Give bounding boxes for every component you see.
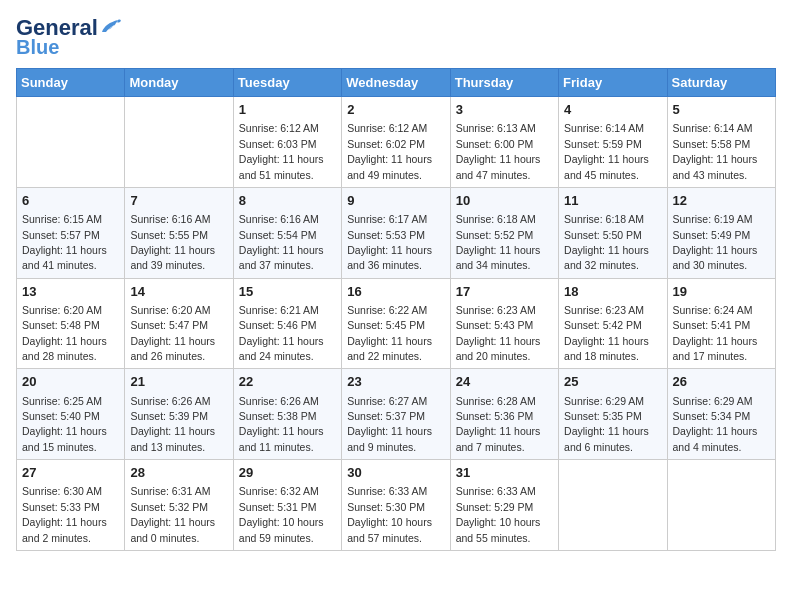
calendar-week-row: 1Sunrise: 6:12 AMSunset: 6:03 PMDaylight… [17, 97, 776, 188]
cell-content: Sunrise: 6:18 AMSunset: 5:52 PMDaylight:… [456, 213, 541, 271]
cell-content: Sunrise: 6:26 AMSunset: 5:38 PMDaylight:… [239, 395, 324, 453]
calendar-table: SundayMondayTuesdayWednesdayThursdayFrid… [16, 68, 776, 551]
day-number: 15 [239, 283, 336, 301]
day-number: 1 [239, 101, 336, 119]
calendar-cell: 25Sunrise: 6:29 AMSunset: 5:35 PMDayligh… [559, 369, 667, 460]
weekday-header-cell: Friday [559, 69, 667, 97]
day-number: 21 [130, 373, 227, 391]
day-number: 13 [22, 283, 119, 301]
cell-content: Sunrise: 6:22 AMSunset: 5:45 PMDaylight:… [347, 304, 432, 362]
calendar-cell: 24Sunrise: 6:28 AMSunset: 5:36 PMDayligh… [450, 369, 558, 460]
cell-content: Sunrise: 6:33 AMSunset: 5:30 PMDaylight:… [347, 485, 432, 543]
calendar-cell: 7Sunrise: 6:16 AMSunset: 5:55 PMDaylight… [125, 187, 233, 278]
calendar-cell: 23Sunrise: 6:27 AMSunset: 5:37 PMDayligh… [342, 369, 450, 460]
calendar-cell: 16Sunrise: 6:22 AMSunset: 5:45 PMDayligh… [342, 278, 450, 369]
calendar-cell: 30Sunrise: 6:33 AMSunset: 5:30 PMDayligh… [342, 460, 450, 551]
logo: General Blue [16, 16, 122, 58]
day-number: 17 [456, 283, 553, 301]
day-number: 4 [564, 101, 661, 119]
day-number: 2 [347, 101, 444, 119]
day-number: 31 [456, 464, 553, 482]
weekday-header-cell: Saturday [667, 69, 775, 97]
calendar-cell [125, 97, 233, 188]
cell-content: Sunrise: 6:20 AMSunset: 5:48 PMDaylight:… [22, 304, 107, 362]
day-number: 27 [22, 464, 119, 482]
cell-content: Sunrise: 6:27 AMSunset: 5:37 PMDaylight:… [347, 395, 432, 453]
calendar-cell: 14Sunrise: 6:20 AMSunset: 5:47 PMDayligh… [125, 278, 233, 369]
calendar-cell: 22Sunrise: 6:26 AMSunset: 5:38 PMDayligh… [233, 369, 341, 460]
day-number: 30 [347, 464, 444, 482]
cell-content: Sunrise: 6:12 AMSunset: 6:03 PMDaylight:… [239, 122, 324, 180]
calendar-week-row: 13Sunrise: 6:20 AMSunset: 5:48 PMDayligh… [17, 278, 776, 369]
calendar-cell: 17Sunrise: 6:23 AMSunset: 5:43 PMDayligh… [450, 278, 558, 369]
calendar-cell: 4Sunrise: 6:14 AMSunset: 5:59 PMDaylight… [559, 97, 667, 188]
cell-content: Sunrise: 6:14 AMSunset: 5:58 PMDaylight:… [673, 122, 758, 180]
cell-content: Sunrise: 6:28 AMSunset: 5:36 PMDaylight:… [456, 395, 541, 453]
calendar-cell: 27Sunrise: 6:30 AMSunset: 5:33 PMDayligh… [17, 460, 125, 551]
cell-content: Sunrise: 6:24 AMSunset: 5:41 PMDaylight:… [673, 304, 758, 362]
day-number: 24 [456, 373, 553, 391]
cell-content: Sunrise: 6:15 AMSunset: 5:57 PMDaylight:… [22, 213, 107, 271]
weekday-header-row: SundayMondayTuesdayWednesdayThursdayFrid… [17, 69, 776, 97]
weekday-header-cell: Wednesday [342, 69, 450, 97]
calendar-cell: 11Sunrise: 6:18 AMSunset: 5:50 PMDayligh… [559, 187, 667, 278]
calendar-cell: 2Sunrise: 6:12 AMSunset: 6:02 PMDaylight… [342, 97, 450, 188]
cell-content: Sunrise: 6:19 AMSunset: 5:49 PMDaylight:… [673, 213, 758, 271]
day-number: 7 [130, 192, 227, 210]
day-number: 20 [22, 373, 119, 391]
weekday-header-cell: Thursday [450, 69, 558, 97]
calendar-cell [17, 97, 125, 188]
weekday-header-cell: Sunday [17, 69, 125, 97]
day-number: 8 [239, 192, 336, 210]
logo-bird-icon [100, 18, 122, 34]
calendar-week-row: 20Sunrise: 6:25 AMSunset: 5:40 PMDayligh… [17, 369, 776, 460]
day-number: 3 [456, 101, 553, 119]
calendar-cell [667, 460, 775, 551]
page-header: General Blue [16, 16, 776, 58]
calendar-cell: 28Sunrise: 6:31 AMSunset: 5:32 PMDayligh… [125, 460, 233, 551]
calendar-cell: 26Sunrise: 6:29 AMSunset: 5:34 PMDayligh… [667, 369, 775, 460]
day-number: 10 [456, 192, 553, 210]
calendar-cell [559, 460, 667, 551]
cell-content: Sunrise: 6:29 AMSunset: 5:35 PMDaylight:… [564, 395, 649, 453]
weekday-header-cell: Tuesday [233, 69, 341, 97]
day-number: 12 [673, 192, 770, 210]
cell-content: Sunrise: 6:25 AMSunset: 5:40 PMDaylight:… [22, 395, 107, 453]
calendar-cell: 15Sunrise: 6:21 AMSunset: 5:46 PMDayligh… [233, 278, 341, 369]
day-number: 26 [673, 373, 770, 391]
calendar-cell: 1Sunrise: 6:12 AMSunset: 6:03 PMDaylight… [233, 97, 341, 188]
cell-content: Sunrise: 6:17 AMSunset: 5:53 PMDaylight:… [347, 213, 432, 271]
cell-content: Sunrise: 6:29 AMSunset: 5:34 PMDaylight:… [673, 395, 758, 453]
day-number: 9 [347, 192, 444, 210]
calendar-cell: 3Sunrise: 6:13 AMSunset: 6:00 PMDaylight… [450, 97, 558, 188]
cell-content: Sunrise: 6:30 AMSunset: 5:33 PMDaylight:… [22, 485, 107, 543]
cell-content: Sunrise: 6:16 AMSunset: 5:55 PMDaylight:… [130, 213, 215, 271]
cell-content: Sunrise: 6:23 AMSunset: 5:42 PMDaylight:… [564, 304, 649, 362]
cell-content: Sunrise: 6:13 AMSunset: 6:00 PMDaylight:… [456, 122, 541, 180]
calendar-cell: 5Sunrise: 6:14 AMSunset: 5:58 PMDaylight… [667, 97, 775, 188]
cell-content: Sunrise: 6:20 AMSunset: 5:47 PMDaylight:… [130, 304, 215, 362]
day-number: 25 [564, 373, 661, 391]
cell-content: Sunrise: 6:12 AMSunset: 6:02 PMDaylight:… [347, 122, 432, 180]
cell-content: Sunrise: 6:14 AMSunset: 5:59 PMDaylight:… [564, 122, 649, 180]
day-number: 5 [673, 101, 770, 119]
calendar-cell: 18Sunrise: 6:23 AMSunset: 5:42 PMDayligh… [559, 278, 667, 369]
cell-content: Sunrise: 6:16 AMSunset: 5:54 PMDaylight:… [239, 213, 324, 271]
calendar-cell: 21Sunrise: 6:26 AMSunset: 5:39 PMDayligh… [125, 369, 233, 460]
weekday-header-cell: Monday [125, 69, 233, 97]
day-number: 11 [564, 192, 661, 210]
day-number: 22 [239, 373, 336, 391]
calendar-cell: 31Sunrise: 6:33 AMSunset: 5:29 PMDayligh… [450, 460, 558, 551]
day-number: 6 [22, 192, 119, 210]
calendar-cell: 19Sunrise: 6:24 AMSunset: 5:41 PMDayligh… [667, 278, 775, 369]
day-number: 14 [130, 283, 227, 301]
day-number: 18 [564, 283, 661, 301]
day-number: 16 [347, 283, 444, 301]
calendar-cell: 20Sunrise: 6:25 AMSunset: 5:40 PMDayligh… [17, 369, 125, 460]
cell-content: Sunrise: 6:23 AMSunset: 5:43 PMDaylight:… [456, 304, 541, 362]
cell-content: Sunrise: 6:31 AMSunset: 5:32 PMDaylight:… [130, 485, 215, 543]
calendar-cell: 9Sunrise: 6:17 AMSunset: 5:53 PMDaylight… [342, 187, 450, 278]
calendar-cell: 10Sunrise: 6:18 AMSunset: 5:52 PMDayligh… [450, 187, 558, 278]
calendar-cell: 12Sunrise: 6:19 AMSunset: 5:49 PMDayligh… [667, 187, 775, 278]
cell-content: Sunrise: 6:18 AMSunset: 5:50 PMDaylight:… [564, 213, 649, 271]
